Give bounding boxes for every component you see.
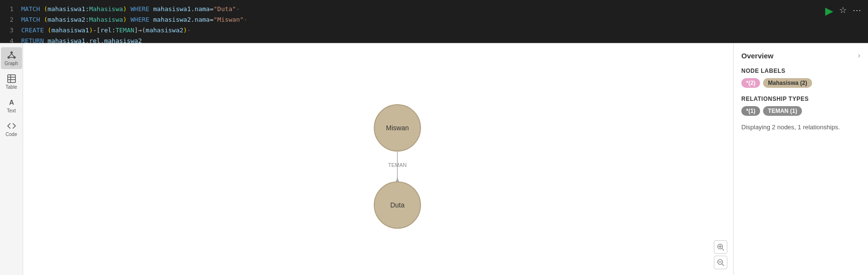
main-area: Graph Table A Text Code xyxy=(0,43,868,275)
space2 xyxy=(40,14,44,25)
dot-end-3: · xyxy=(187,25,191,36)
line-number-2: 2 xyxy=(6,14,13,25)
label-mhs-1: Mahasiswa xyxy=(89,4,123,14)
node-labels-badges: *(2) Mahasiswa (2) xyxy=(741,78,860,88)
more-button[interactable]: ⋯ xyxy=(852,4,862,16)
rel-var-3: rel xyxy=(100,25,111,36)
panel-chevron-icon[interactable]: › xyxy=(858,51,860,60)
svg-line-3 xyxy=(9,54,12,57)
var-mhs2-1: mahasiswa2 xyxy=(48,14,85,25)
zoom-controls xyxy=(714,240,727,269)
editor-toolbar: ▶ ☆ ⋯ xyxy=(818,0,868,43)
svg-point-0 xyxy=(10,52,13,54)
rel-type-3: TEMAN xyxy=(116,25,134,36)
badge-teman[interactable]: TEMAN (1) xyxy=(763,106,802,116)
edge-label-teman: TEMAN xyxy=(388,162,407,168)
sidebar-text-label: Text xyxy=(7,108,15,113)
node-miswan-label: Miswan xyxy=(386,124,408,132)
sidebar-table-label: Table xyxy=(6,84,17,90)
label-mhs-2: Mahasiswa xyxy=(89,14,123,25)
var-mhs1-prop-1: mahasiswa1 xyxy=(153,4,191,14)
eq-2: = xyxy=(210,14,213,25)
graph-area[interactable]: TEMAN Miswan Duta xyxy=(23,43,733,275)
rel-arrow-3: ]→( xyxy=(134,25,145,36)
rel-syntax-3: -[ xyxy=(93,25,101,36)
badge-all-rels[interactable]: *(1) xyxy=(741,106,760,116)
dot-1: . xyxy=(191,4,195,14)
editor-line-3: 3 CREATE (mahasiswa1)-[rel:TEMAN]→(mahas… xyxy=(6,25,813,36)
kw-match-1: MATCH xyxy=(21,4,40,14)
sidebar-item-code[interactable]: Code xyxy=(1,118,22,140)
colon-3: : xyxy=(112,25,116,36)
line-number-1: 1 xyxy=(6,4,13,14)
code-icon xyxy=(7,121,16,131)
prop-nama-1: nama xyxy=(195,4,210,14)
var-mhs2-3: mahasiswa2 xyxy=(145,25,183,36)
var-mhs2-prop-1: mahasiswa2 xyxy=(153,14,191,25)
panel-header: Overview › xyxy=(741,51,860,60)
sidebar-item-graph[interactable]: Graph xyxy=(1,47,22,69)
kw-match-2: MATCH xyxy=(21,14,40,25)
prop-nama-2: nama xyxy=(195,14,210,25)
node-labels-section-title: Node labels xyxy=(741,68,860,74)
colon-1: : xyxy=(85,4,89,14)
sidebar-graph-label: Graph xyxy=(5,61,18,66)
text-icon: A xyxy=(7,97,16,107)
var-mhs1-3: mahasiswa1 xyxy=(52,25,89,36)
paren-open-2: ( xyxy=(44,14,48,25)
svg-line-18 xyxy=(722,264,724,266)
right-panel: Overview › Node labels *(2) Mahasiswa (2… xyxy=(733,43,868,275)
sidebar-item-text[interactable]: A Text xyxy=(1,95,22,116)
badge-mahasiswa[interactable]: Mahasiswa (2) xyxy=(763,78,812,88)
left-sidebar: Graph Table A Text Code xyxy=(0,43,23,275)
sidebar-item-table[interactable]: Table xyxy=(1,71,22,93)
sidebar-code-label: Code xyxy=(6,132,17,137)
editor-content[interactable]: 1 MATCH (mahasiswa1:Mahasiswa) WHERE mah… xyxy=(0,0,818,43)
kw-where-1: WHERE xyxy=(127,4,153,14)
zoom-out-button[interactable] xyxy=(714,256,727,269)
rel-types-badges: *(1) TEMAN (1) xyxy=(741,106,860,116)
svg-text:A: A xyxy=(9,98,13,106)
line-number-3: 3 xyxy=(6,25,13,36)
str-miswan-1: "Miswan" xyxy=(213,14,244,25)
paren-close-3: ) xyxy=(89,25,93,36)
paren-open-3: ( xyxy=(48,25,52,36)
kw-where-2: WHERE xyxy=(127,14,153,25)
svg-rect-6 xyxy=(8,75,15,82)
zoom-in-icon xyxy=(717,243,724,251)
editor-line-2: 2 MATCH (mahasiswa2:Mahasiswa) WHERE mah… xyxy=(6,14,813,25)
panel-title: Overview xyxy=(741,52,774,60)
status-text: Displaying 2 nodes, 1 relationships. xyxy=(741,124,860,131)
paren-open-1: ( xyxy=(44,4,48,14)
node-duta-label: Duta xyxy=(390,201,405,209)
paren-close-3b: ) xyxy=(184,25,187,36)
space3 xyxy=(44,25,48,36)
graph-icon xyxy=(7,50,16,60)
run-button[interactable]: ▶ xyxy=(824,4,834,18)
svg-line-15 xyxy=(722,248,724,250)
dot-end-2: · xyxy=(244,14,248,25)
zoom-in-button[interactable] xyxy=(714,240,727,254)
table-icon xyxy=(7,74,16,83)
paren-close-1: ) xyxy=(123,4,127,14)
star-button[interactable]: ☆ xyxy=(838,4,848,16)
var-mhs1-1: mahasiswa1 xyxy=(48,4,85,14)
colon-2: : xyxy=(85,14,89,25)
rel-types-section-title: Relationship Types xyxy=(741,96,860,102)
paren-close-2: ) xyxy=(123,14,127,25)
dot-end-1: · xyxy=(236,4,240,14)
graph-svg: TEMAN Miswan Duta xyxy=(23,43,733,275)
svg-line-4 xyxy=(12,54,14,57)
line-number-4: 4 xyxy=(6,36,13,46)
space xyxy=(40,4,44,14)
eq-1: = xyxy=(210,4,213,14)
badge-all-nodes[interactable]: *(2) xyxy=(741,78,760,88)
editor-line-1: 1 MATCH (mahasiswa1:Mahasiswa) WHERE mah… xyxy=(6,4,813,14)
dot-2: . xyxy=(191,14,195,25)
str-duta-1: "Duta" xyxy=(213,4,236,14)
zoom-out-icon xyxy=(717,259,724,266)
editor-area: 1 MATCH (mahasiswa1:Mahasiswa) WHERE mah… xyxy=(0,0,868,43)
kw-create-3: CREATE xyxy=(21,25,44,36)
